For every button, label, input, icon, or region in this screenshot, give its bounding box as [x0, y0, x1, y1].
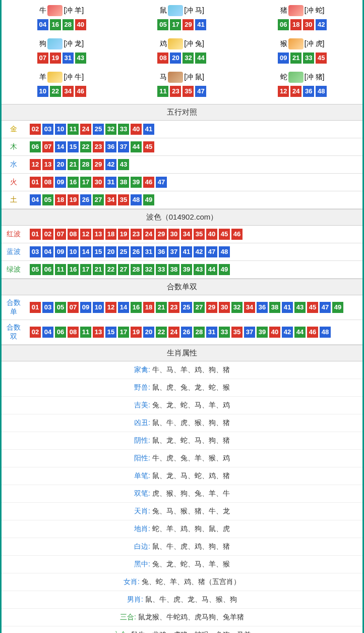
- number-ball: 06: [55, 327, 66, 338]
- number-ball: 07: [68, 302, 79, 313]
- number-ball: 04: [30, 194, 41, 205]
- number-ball: 08: [68, 229, 79, 240]
- number-ball: 10: [37, 86, 48, 97]
- zodiac-name: 猪: [280, 6, 287, 15]
- number-ball: 31: [63, 52, 74, 64]
- number-ball: 27: [118, 264, 129, 275]
- attr-key: 黑中:: [134, 560, 150, 568]
- number-ball: 06: [30, 141, 41, 152]
- number-ball: 45: [307, 302, 318, 313]
- number-ball: 14: [55, 141, 66, 152]
- number-ball: 13: [93, 327, 104, 338]
- row-label: 水: [2, 156, 26, 174]
- number-ball: 17: [170, 19, 181, 30]
- number-ball: 36: [257, 302, 268, 313]
- zodiac-nums: 09213345: [242, 52, 362, 64]
- row-label: 土: [2, 191, 26, 209]
- number-ball: 30: [303, 19, 314, 30]
- number-ball: 42: [316, 19, 327, 30]
- zodiac-animal-icon: [168, 38, 183, 49]
- number-ball: 20: [105, 246, 116, 257]
- number-ball: 16: [68, 264, 79, 275]
- row-nums: 0103050709101214161821232527293032343638…: [26, 295, 362, 320]
- zodiac-name: 鸡: [160, 39, 167, 48]
- number-ball: 26: [80, 194, 91, 205]
- row-label: 火: [2, 174, 26, 191]
- number-ball: 17: [118, 327, 129, 338]
- attr-value: 鼠龙猴、牛蛇鸡、虎马狗、兔羊猪: [136, 613, 244, 621]
- number-ball: 33: [118, 124, 129, 135]
- number-ball: 38: [269, 302, 280, 313]
- number-ball: 09: [55, 246, 66, 257]
- row-nums: 0102070812131819232429303435404546: [26, 226, 362, 243]
- number-ball: 25: [181, 302, 192, 313]
- number-ball: 01: [30, 229, 41, 240]
- number-ball: 29: [93, 159, 104, 170]
- number-ball: 36: [303, 86, 314, 97]
- number-ball: 08: [68, 327, 79, 338]
- number-ball: 16: [131, 302, 142, 313]
- zodiac-cell: 羊[冲 牛]10223446: [2, 69, 122, 102]
- number-ball: 24: [80, 124, 91, 135]
- number-ball: 26: [181, 327, 192, 338]
- zodiac-animal-icon: [288, 72, 304, 83]
- number-ball: 29: [156, 229, 167, 240]
- number-ball: 18: [105, 229, 116, 240]
- attr-value: 兔、龙、蛇、马、羊、鸡: [150, 401, 230, 409]
- number-ball: 12: [80, 229, 91, 240]
- table-row: 水1213202128294243: [2, 156, 362, 174]
- number-ball: 37: [168, 246, 179, 257]
- number-ball: 18: [55, 194, 66, 205]
- number-ball: 41: [143, 124, 154, 135]
- zodiac-name: 马: [160, 73, 167, 82]
- attr-key: 男肖:: [127, 595, 143, 603]
- number-ball: 45: [219, 229, 230, 240]
- table-row: 金02031011242532334041: [2, 121, 362, 138]
- number-ball: 41: [181, 246, 192, 257]
- number-ball: 24: [143, 229, 154, 240]
- number-ball: 43: [118, 159, 129, 170]
- number-ball: 02: [30, 124, 41, 135]
- row-nums: 1213202128294243: [26, 156, 362, 174]
- zodiac-grid: 牛[冲 羊]04162840鼠[冲 马]05172941猪[冲 蛇]061830…: [2, 0, 362, 104]
- row-label: 红波: [2, 226, 26, 243]
- number-ball: 21: [156, 302, 167, 313]
- number-ball: 44: [294, 327, 306, 338]
- number-ball: 11: [80, 327, 91, 338]
- number-ball: 01: [30, 302, 41, 313]
- number-ball: 16: [50, 19, 61, 30]
- number-ball: 48: [320, 327, 331, 338]
- zodiac-animal-icon: [288, 38, 304, 49]
- attr-key: 单笔:: [134, 471, 150, 480]
- row-label: 绿波: [2, 261, 26, 279]
- attr-value: 兔、龙、蛇、马、羊、猴: [150, 560, 230, 568]
- number-ball: 35: [194, 229, 205, 240]
- number-ball: 27: [93, 194, 104, 205]
- number-ball: 06: [42, 264, 53, 275]
- number-ball: 11: [68, 124, 79, 135]
- number-ball: 05: [42, 194, 53, 205]
- number-ball: 38: [168, 264, 179, 275]
- number-ball: 46: [75, 86, 86, 97]
- number-ball: 41: [195, 19, 206, 30]
- zodiac-nums: 06183042: [242, 19, 362, 30]
- number-ball: 43: [75, 52, 86, 64]
- number-ball: 39: [257, 327, 268, 338]
- number-ball: 47: [195, 86, 206, 97]
- attr-row: 阴性: 鼠、龙、蛇、马、狗、猪: [2, 432, 362, 450]
- number-ball: 25: [118, 246, 129, 257]
- zodiac-cell: 猪[冲 蛇]06183042: [242, 2, 362, 35]
- number-ball: 46: [143, 177, 154, 188]
- number-ball: 22: [80, 141, 91, 152]
- number-ball: 04: [42, 246, 53, 257]
- attr-row: 野兽: 鼠、虎、兔、龙、蛇、猴: [2, 379, 362, 397]
- attr-value: 兔、蛇、羊、鸡、猪（五宫肖）: [140, 577, 240, 586]
- number-ball: 42: [194, 246, 205, 257]
- attr-key: 六合:: [113, 630, 129, 633]
- number-ball: 33: [303, 52, 314, 64]
- number-ball: 20: [170, 52, 181, 64]
- zodiac-animal-icon: [47, 72, 63, 83]
- number-ball: 40: [206, 229, 217, 240]
- number-ball: 27: [194, 302, 205, 313]
- zodiac-nums: 11233547: [122, 86, 242, 97]
